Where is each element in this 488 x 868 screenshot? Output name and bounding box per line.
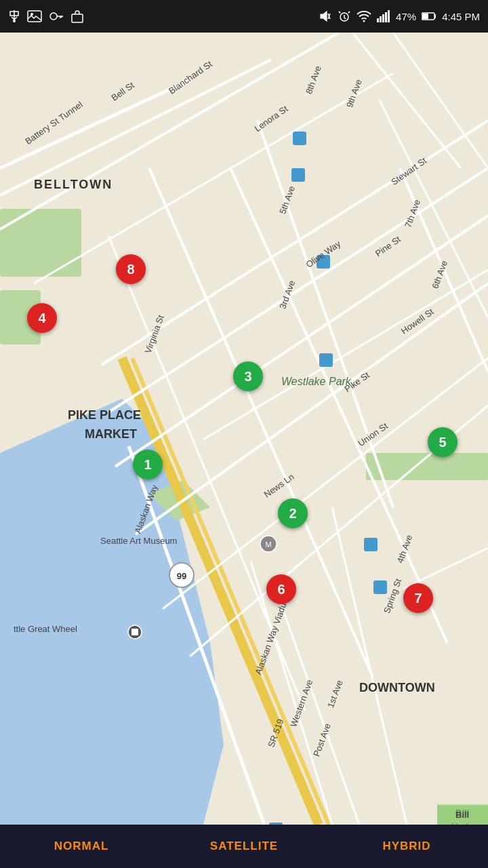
signal-icon <box>377 10 390 22</box>
svg-rect-18 <box>0 209 81 277</box>
svg-rect-56 <box>291 168 305 182</box>
svg-point-6 <box>363 20 365 22</box>
status-icons-left <box>8 9 84 24</box>
wifi-icon <box>357 10 371 22</box>
usb-icon <box>8 9 20 24</box>
svg-text:99: 99 <box>177 571 186 581</box>
alarm-icon <box>338 9 351 23</box>
marker-7[interactable]: 7 <box>403 583 433 613</box>
marker-8[interactable]: 8 <box>116 254 146 284</box>
svg-text:ttle Great Wheel: ttle Great Wheel <box>14 624 77 634</box>
svg-point-3 <box>50 13 57 20</box>
svg-text:BELLTOWN: BELLTOWN <box>34 178 113 191</box>
marker-4[interactable]: 4 <box>27 303 57 333</box>
svg-rect-65 <box>131 629 138 635</box>
status-bar: 47% 4:45 PM <box>0 0 488 33</box>
tab-normal[interactable]: NORMAL <box>0 825 163 868</box>
battery-icon <box>422 12 436 21</box>
tab-satellite[interactable]: SATELLITE <box>163 825 325 868</box>
svg-rect-11 <box>388 10 390 22</box>
image-icon <box>27 10 42 22</box>
key-icon <box>49 10 64 22</box>
svg-point-0 <box>13 20 16 22</box>
map-container[interactable]: 99 304 304 M BELLTOWN PIKE PLACE MARKET … <box>0 33 488 825</box>
svg-rect-14 <box>422 14 428 19</box>
svg-rect-58 <box>319 353 333 367</box>
svg-rect-59 <box>364 538 378 551</box>
svg-rect-55 <box>293 132 306 145</box>
svg-text:PIKE PLACE: PIKE PLACE <box>68 408 141 422</box>
svg-text:Bill: Bill <box>455 810 469 820</box>
marker-6[interactable]: 6 <box>266 574 296 604</box>
battery-percent: 47% <box>396 11 416 22</box>
marker-2[interactable]: 2 <box>278 498 308 528</box>
svg-text:MARKET: MARKET <box>85 427 137 441</box>
marker-5[interactable]: 5 <box>428 427 458 457</box>
tab-hybrid[interactable]: HYBRID <box>325 825 488 868</box>
svg-text:DOWNTOWN: DOWNTOWN <box>359 681 435 694</box>
svg-text:M: M <box>265 540 271 549</box>
marker-1[interactable]: 1 <box>133 450 163 479</box>
svg-rect-9 <box>382 14 384 22</box>
svg-text:Seattle Art Museum: Seattle Art Museum <box>100 536 177 546</box>
time-display: 4:45 PM <box>442 11 480 22</box>
svg-rect-60 <box>373 580 387 594</box>
marker-3[interactable]: 3 <box>233 361 263 391</box>
svg-rect-4 <box>72 14 83 22</box>
svg-rect-10 <box>385 12 387 22</box>
svg-rect-13 <box>434 14 436 18</box>
svg-rect-8 <box>380 16 382 22</box>
mute-icon <box>319 9 332 23</box>
svg-rect-7 <box>377 18 379 22</box>
svg-text:Westlake Park: Westlake Park <box>281 376 352 387</box>
bottom-nav: NORMAL SATELLITE HYBRID <box>0 825 488 868</box>
status-icons-right: 47% 4:45 PM <box>319 9 480 23</box>
bag-icon <box>70 9 84 23</box>
